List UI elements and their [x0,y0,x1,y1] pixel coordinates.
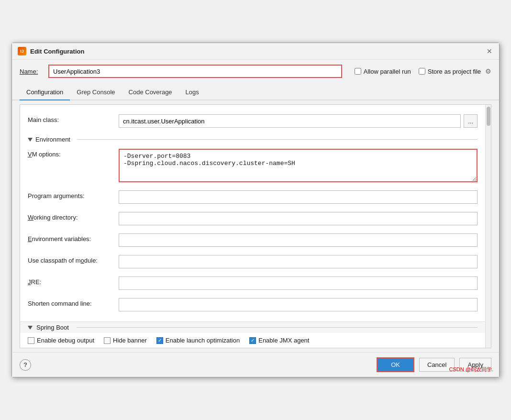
debug-output-checkbox[interactable] [28,337,34,344]
debug-output-label: Enable debug output [37,337,94,344]
footer-row: ? OK Cancel Apply [12,352,499,377]
hide-banner-checkbox[interactable] [104,337,111,344]
working-dir-input[interactable] [119,212,478,225]
close-button[interactable]: ✕ [486,47,493,55]
tab-configuration[interactable]: Configuration [20,85,70,100]
working-dir-label: Working directory: [28,212,119,221]
dialog-title: Edit Configuration [30,48,84,55]
watermark: CSDN @码农同学. [449,366,493,373]
main-class-label: Main class: [28,114,119,123]
environment-separator [77,139,478,140]
name-row: Name: Allow parallel run Store as projec… [12,60,499,83]
environment-label: Environment [35,136,70,143]
spring-boot-separator [77,327,478,328]
jmx-agent-checkbox[interactable]: ✓ [249,337,256,344]
scrollbar[interactable] [485,105,491,348]
vm-options-textarea[interactable]: -Dserver.port=8083 -Dspring.cloud.nacos.… [119,149,478,182]
program-args-row: Program arguments: [28,187,478,208]
classpath-label: Use classpath of module: [28,255,119,264]
store-project-group: Store as project file ⚙ [419,67,491,75]
launch-opt-label: Enable launch optimization [166,337,240,344]
shorten-cmd-input[interactable] [119,298,478,311]
env-vars-label: Environment variables: [28,233,119,243]
help-button[interactable]: ? [20,359,31,371]
tab-grep-console[interactable]: Grep Console [70,85,122,100]
hide-banner-label: Hide banner [113,337,147,344]
store-project-label: Store as project file [428,68,481,75]
launch-opt-checkbox[interactable]: ✓ [156,337,163,344]
jmx-agent-label: Enable JMX agent [258,337,309,344]
main-class-browse-button[interactable]: ... [464,114,478,128]
tabs-bar: Configuration Grep Console Code Coverage… [12,85,499,100]
env-vars-input[interactable] [119,233,478,247]
spring-boot-label: Spring Boot [36,324,69,331]
store-project-checkbox[interactable] [419,68,425,75]
jre-label: JRE: [28,276,119,286]
program-args-label: Program arguments: [28,190,119,199]
name-label: Name: [20,68,44,75]
jre-input[interactable] [119,276,478,290]
environment-collapse-toggle[interactable] [28,138,33,142]
main-class-input[interactable] [119,114,461,128]
spring-boot-divider: Spring Boot [20,321,485,333]
allow-parallel-label: Allow parallel run [364,68,411,75]
hide-banner-option: Hide banner [104,337,147,344]
tab-logs[interactable]: Logs [179,85,206,100]
title-bar: IJ Edit Configuration ✕ [12,43,499,60]
vm-options-row: VM options: -Dserver.port=8083 -Dspring.… [28,145,478,187]
gear-icon[interactable]: ⚙ [485,67,491,75]
launch-opt-option: ✓ Enable launch optimization [156,337,240,344]
program-args-input[interactable] [119,190,478,204]
classpath-row: Use classpath of module: [28,251,478,273]
shorten-cmd-row: Shorten command line: [28,294,478,316]
name-input[interactable] [48,65,342,78]
scrollbar-thumb[interactable] [487,107,490,126]
spring-boot-collapse-toggle[interactable] [28,326,33,330]
app-icon: IJ [18,47,26,55]
classpath-input[interactable] [119,255,478,268]
allow-parallel-group: Allow parallel run [355,68,411,75]
jmx-agent-option: ✓ Enable JMX agent [249,337,309,344]
main-class-row: Main class: ... [28,111,478,132]
environment-section-header: Environment [28,132,478,145]
ok-button[interactable]: OK [377,357,414,372]
shorten-cmd-label: Shorten command line: [28,298,119,307]
vm-options-label: VM options: [28,149,119,158]
env-vars-row: Environment variables: [28,230,478,251]
jre-row: JRE: [28,273,478,294]
content-area: Main class: ... Environment [20,104,491,348]
spring-boot-options: Enable debug output Hide banner ✓ Enable… [20,333,485,348]
allow-parallel-checkbox[interactable] [355,68,361,75]
tab-code-coverage[interactable]: Code Coverage [122,85,179,100]
debug-output-option: Enable debug output [28,337,94,344]
working-dir-row: Working directory: [28,208,478,230]
